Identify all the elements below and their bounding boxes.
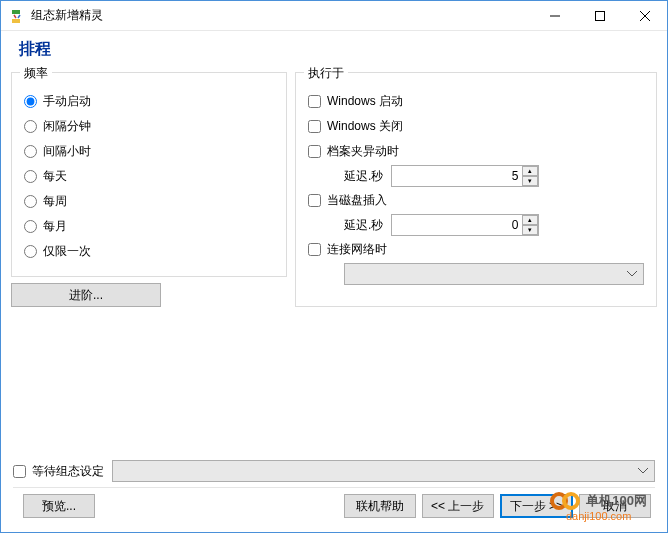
exec-folder-change[interactable]: 档案夹异动时	[308, 139, 644, 163]
wait-config-check[interactable]	[13, 465, 26, 478]
cancel-button[interactable]: 取消	[579, 494, 651, 518]
freq-label: 每周	[43, 193, 67, 210]
delay-disk-spinner[interactable]: ▴▾	[391, 214, 539, 236]
next-button[interactable]: 下一步 >>	[500, 494, 573, 518]
window-controls	[532, 1, 667, 30]
delay-folder-input[interactable]	[392, 166, 522, 186]
exec-windows-shutdown-check[interactable]	[308, 120, 321, 133]
preview-button[interactable]: 预览...	[23, 494, 95, 518]
content-area: 频率 手动启动 闲隔分钟 间隔小时 每天 每周 每月 仅限一次 进阶... 执行…	[1, 72, 667, 307]
svg-rect-1	[595, 11, 604, 20]
spin-up-icon[interactable]: ▴	[522, 166, 538, 176]
exec-label: 档案夹异动时	[327, 143, 399, 160]
maximize-button[interactable]	[577, 1, 622, 30]
freq-label: 每月	[43, 218, 67, 235]
freq-label: 仅限一次	[43, 243, 91, 260]
freq-label: 手动启动	[43, 93, 91, 110]
frequency-group: 频率 手动启动 闲隔分钟 间隔小时 每天 每周 每月 仅限一次	[11, 72, 287, 277]
freq-daily[interactable]: 每天	[24, 164, 274, 188]
wait-config-row: 等待组态设定	[13, 460, 655, 482]
exec-windows-start-check[interactable]	[308, 95, 321, 108]
wait-config-combo[interactable]	[112, 460, 655, 482]
exec-label: Windows 启动	[327, 93, 403, 110]
exec-label: 当磁盘插入	[327, 192, 387, 209]
freq-weekly[interactable]: 每周	[24, 189, 274, 213]
freq-interval-hours[interactable]: 间隔小时	[24, 139, 274, 163]
frequency-group-label: 频率	[20, 65, 52, 82]
advanced-button[interactable]: 进阶...	[11, 283, 161, 307]
exec-label: Windows 关闭	[327, 118, 403, 135]
exec-label: 连接网络时	[327, 241, 387, 258]
network-combo-row	[308, 262, 644, 286]
delay-disk-row: 延迟.秒 ▴▾	[308, 213, 644, 237]
exec-disk-insert-check[interactable]	[308, 194, 321, 207]
freq-monthly-radio[interactable]	[24, 220, 37, 233]
exec-windows-shutdown[interactable]: Windows 关闭	[308, 114, 644, 138]
freq-label: 每天	[43, 168, 67, 185]
freq-monthly[interactable]: 每月	[24, 214, 274, 238]
wait-config-check-label[interactable]: 等待组态设定	[13, 463, 104, 480]
delay-folder-row: 延迟.秒 ▴▾	[308, 164, 644, 188]
previous-button[interactable]: << 上一步	[422, 494, 494, 518]
title-bar: 组态新增精灵	[1, 1, 667, 31]
exec-folder-change-check[interactable]	[308, 145, 321, 158]
freq-idle-minutes-radio[interactable]	[24, 120, 37, 133]
online-help-button[interactable]: 联机帮助	[344, 494, 416, 518]
footer: 预览... 联机帮助 << 上一步 下一步 >> 取消	[1, 490, 667, 522]
spin-down-icon[interactable]: ▾	[522, 225, 538, 235]
footer-separator	[13, 487, 655, 488]
wait-config-label: 等待组态设定	[32, 463, 104, 480]
freq-weekly-radio[interactable]	[24, 195, 37, 208]
freq-once[interactable]: 仅限一次	[24, 239, 274, 263]
delay-disk-label: 延迟.秒	[344, 217, 383, 234]
freq-idle-minutes[interactable]: 闲隔分钟	[24, 114, 274, 138]
execute-on-group-label: 执行于	[304, 65, 348, 82]
freq-once-radio[interactable]	[24, 245, 37, 258]
exec-network-connect-check[interactable]	[308, 243, 321, 256]
freq-manual-radio[interactable]	[24, 95, 37, 108]
freq-manual[interactable]: 手动启动	[24, 89, 274, 113]
delay-folder-spinner[interactable]: ▴▾	[391, 165, 539, 187]
delay-disk-input[interactable]	[392, 215, 522, 235]
network-combo[interactable]	[344, 263, 644, 285]
exec-windows-start[interactable]: Windows 启动	[308, 89, 644, 113]
delay-folder-label: 延迟.秒	[344, 168, 383, 185]
exec-network-connect[interactable]: 连接网络时	[308, 237, 644, 261]
minimize-button[interactable]	[532, 1, 577, 30]
window-title: 组态新增精灵	[31, 7, 532, 24]
freq-label: 间隔小时	[43, 143, 91, 160]
app-icon	[9, 8, 25, 24]
freq-label: 闲隔分钟	[43, 118, 91, 135]
spin-down-icon[interactable]: ▾	[522, 176, 538, 186]
freq-daily-radio[interactable]	[24, 170, 37, 183]
execute-on-group: 执行于 Windows 启动 Windows 关闭 档案夹异动时 延迟.秒 ▴▾…	[295, 72, 657, 307]
freq-interval-hours-radio[interactable]	[24, 145, 37, 158]
close-button[interactable]	[622, 1, 667, 30]
spin-up-icon[interactable]: ▴	[522, 215, 538, 225]
exec-disk-insert[interactable]: 当磁盘插入	[308, 188, 644, 212]
